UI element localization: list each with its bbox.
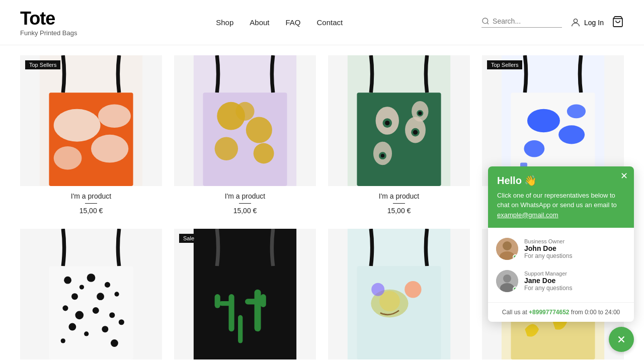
cart-button[interactable] [612,16,624,30]
product-card[interactable]: Top Sellers I'm a product 15,00 € [20,55,162,217]
svg-point-2 [574,19,577,22]
product-card[interactable]: Sale I'm a product 15,00 € [174,229,316,362]
product-info: I'm a product 15,00 € [174,186,316,217]
svg-point-55 [61,338,65,343]
product-image [20,55,162,186]
svg-point-44 [105,282,110,288]
chat-agent-1[interactable]: Business Owner John Doe For any question… [488,233,634,265]
cart-icon-svg [612,16,624,28]
product-card[interactable]: I'm a product 15,00 € [328,229,470,362]
svg-rect-62 [255,290,261,332]
agent-avatar-1 [496,238,518,260]
svg-point-56 [111,339,118,347]
svg-rect-60 [219,301,233,306]
login-label: Log In [584,19,604,27]
close-float-icon [616,334,627,345]
svg-point-46 [114,292,119,296]
product-image [328,229,470,359]
product-price: 15,00 € [328,207,470,215]
svg-point-42 [71,293,78,300]
nav-about[interactable]: About [250,18,269,27]
agent-avatar-2 [496,270,518,292]
svg-point-0 [482,18,488,24]
chat-header: Hello 👋 Click one of our representatives… [488,166,634,228]
chat-email-link[interactable]: example@gmail.com [497,211,558,219]
svg-point-48 [75,311,84,319]
online-indicator [513,254,518,259]
chat-phone: +89997774652 [529,309,569,316]
nav-shop[interactable]: Shop [216,18,233,27]
online-indicator [513,287,518,292]
chat-desc-text: Click one of our representatives below t… [497,192,617,209]
svg-point-14 [215,137,238,160]
svg-point-7 [91,135,128,163]
svg-point-15 [254,143,274,164]
svg-point-34 [558,125,585,144]
nav-contact[interactable]: Contact [317,18,343,27]
product-card[interactable]: I'm a product 15,00 € [328,55,470,217]
brand-subtitle: Funky Printed Bags [20,29,77,37]
svg-point-43 [87,274,96,282]
svg-point-35 [524,140,544,157]
svg-point-24 [413,130,418,135]
svg-point-9 [98,105,131,128]
chat-popup: Hello 👋 Click one of our representatives… [488,166,634,322]
svg-rect-58 [203,266,287,359]
logo: Tote Funky Printed Bags [20,8,77,37]
chat-close-button[interactable]: ✕ [620,171,628,180]
svg-point-40 [64,277,71,284]
svg-rect-18 [357,93,441,186]
svg-point-45 [97,293,104,300]
product-name: I'm a product [174,192,316,200]
product-price: 15,00 € [174,207,316,215]
header: Tote Funky Printed Bags Shop About FAQ C… [0,0,644,45]
brand-title: Tote [20,8,77,29]
product-name: I'm a product [328,192,470,200]
svg-point-78 [503,275,511,283]
svg-rect-65 [238,315,243,343]
svg-rect-64 [261,294,266,307]
svg-point-30 [418,111,422,115]
agent-desc: For any questions [524,252,626,259]
product-divider [85,203,97,204]
svg-point-75 [503,241,512,250]
svg-point-36 [567,105,586,119]
product-price: 15,00 € [20,207,162,215]
product-info: I'm a product 15,00 € [328,359,470,362]
chat-description: Click one of our representatives below t… [497,191,626,220]
svg-rect-63 [245,299,261,304]
svg-rect-59 [229,294,234,331]
product-card[interactable]: I'm a product 15,00 € [174,55,316,217]
svg-point-54 [119,319,124,325]
product-image [174,55,316,186]
product-card[interactable]: I'm a product 15,00 € [20,229,162,362]
product-image [20,229,162,359]
chat-agent-2[interactable]: Support Manager Jane Doe For any questio… [488,265,634,297]
user-icon [570,17,581,28]
chat-footer-text: Call us at [502,309,527,316]
product-badge: Top Sellers [487,60,522,69]
search-bar [481,17,562,28]
login-button[interactable]: Log In [570,17,604,28]
svg-point-50 [109,312,115,318]
header-right: Log In [481,16,624,30]
main-nav: Shop About FAQ Contact [216,18,343,27]
svg-point-51 [68,323,76,331]
agent-name: Jane Doe [524,277,626,285]
agent-info-2: Support Manager Jane Doe For any questio… [524,270,626,292]
chat-hello: Hello 👋 [497,174,626,187]
chat-float-button[interactable] [609,327,634,352]
product-badge: Sale [179,234,198,243]
product-info: I'm a product 15,00 € [328,186,470,217]
svg-point-8 [54,146,82,169]
search-input[interactable] [493,17,558,25]
product-image [328,55,470,186]
svg-point-49 [93,307,99,314]
svg-point-71 [371,283,384,296]
nav-faq[interactable]: FAQ [286,18,301,27]
svg-point-47 [62,305,68,311]
svg-point-52 [84,331,89,336]
agent-role: Business Owner [524,238,626,244]
product-info: I'm a product 15,00 € [20,186,162,217]
agent-info-1: Business Owner John Doe For any question… [524,238,626,259]
